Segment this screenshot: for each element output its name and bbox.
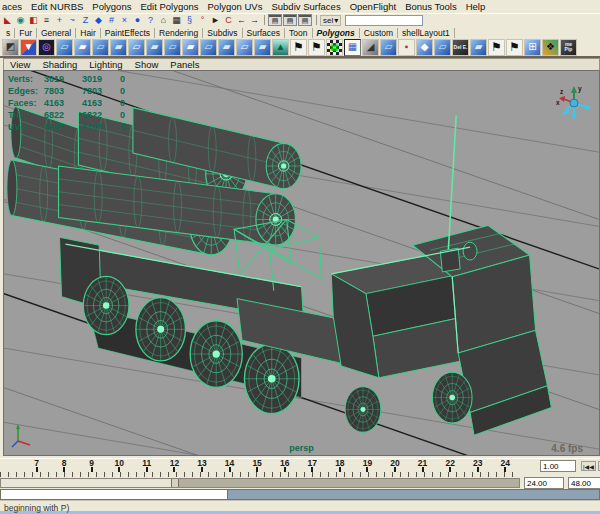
shelf-tool-icon[interactable]: ⚑ xyxy=(308,39,325,56)
shelf-tool-icon[interactable]: ▦ xyxy=(344,39,361,56)
tool-icon[interactable]: ← xyxy=(235,14,248,26)
frame-mark[interactable]: 21 xyxy=(416,459,429,472)
shelf-tool-icon[interactable]: ⚑ xyxy=(290,39,307,56)
shelf-tab[interactable]: Toon xyxy=(285,28,312,38)
wheel[interactable] xyxy=(83,276,129,334)
frame-mark[interactable]: 9 xyxy=(85,459,98,472)
wheel[interactable] xyxy=(345,387,381,433)
range-slider-handle[interactable] xyxy=(171,479,179,487)
current-time-field[interactable] xyxy=(540,460,576,472)
panel-menu-item[interactable]: Show xyxy=(135,59,159,70)
scene-slate-icon[interactable]: ▤ xyxy=(268,14,282,26)
frame-mark[interactable]: 18 xyxy=(333,459,346,472)
frame-mark[interactable]: 15 xyxy=(251,459,264,472)
shelf-tool-icon[interactable]: ❖ xyxy=(542,39,559,56)
frame-mark[interactable]: 7 xyxy=(30,459,43,472)
frame-mark[interactable]: 10 xyxy=(113,459,126,472)
shelf-tool-icon[interactable]: ▰ xyxy=(110,39,127,56)
frame-mark[interactable]: 16 xyxy=(278,459,291,472)
shelf-tab[interactable]: shellLayout1 xyxy=(398,28,455,38)
tool-icon[interactable]: + xyxy=(53,14,66,26)
menu-item[interactable]: Bonus Tools xyxy=(405,1,457,12)
tool-icon[interactable]: ► xyxy=(209,14,222,26)
tool-icon[interactable]: ≡ xyxy=(40,14,53,26)
tool-icon[interactable]: § xyxy=(183,14,196,26)
shelf-tool-icon[interactable]: me Pip xyxy=(560,39,577,56)
menu-item[interactable]: aces xyxy=(2,1,22,12)
frame-mark[interactable]: 20 xyxy=(389,459,402,472)
shelf-tool-icon[interactable]: ◆ xyxy=(416,39,433,56)
shelf-tab[interactable]: Subdivs xyxy=(203,28,242,38)
shelf-tab[interactable]: s xyxy=(2,28,15,38)
frame-mark[interactable]: 17 xyxy=(306,459,319,472)
view-axis-gizmo[interactable]: y z x xyxy=(555,83,595,121)
shelf-tool-icon[interactable]: ▱ xyxy=(236,39,253,56)
tool-icon[interactable]: ● xyxy=(131,14,144,26)
tool-icon[interactable]: C xyxy=(222,14,235,26)
shelf-tool-icon[interactable]: ▱ xyxy=(56,39,73,56)
shelf-tool-icon[interactable]: ▦ xyxy=(326,39,343,56)
panel-menu-item[interactable]: Lighting xyxy=(89,59,122,70)
shelf-tool-icon[interactable]: ▰ xyxy=(146,39,163,56)
tool-icon[interactable]: ~ xyxy=(66,14,79,26)
shelf-tool-icon[interactable]: ◩ xyxy=(2,39,19,56)
menu-item[interactable]: Help xyxy=(466,1,486,12)
panel-menu-item[interactable]: Shading xyxy=(42,59,77,70)
menu-item[interactable]: Edit NURBS xyxy=(31,1,83,12)
scene-slate-icon[interactable]: ▤ xyxy=(298,14,312,26)
shelf-tool-icon[interactable]: ◢ xyxy=(362,39,379,56)
mirror[interactable] xyxy=(463,242,477,260)
shelf-tab[interactable]: Custom xyxy=(360,28,398,38)
menu-item[interactable]: Polygon UVs xyxy=(208,1,263,12)
tool-icon[interactable]: ▦ xyxy=(170,14,183,26)
shelf-tool-icon[interactable]: ⊞ xyxy=(524,39,541,56)
shelf-tool-icon[interactable]: ▰ xyxy=(74,39,91,56)
tool-icon[interactable]: ⌂ xyxy=(157,14,170,26)
shelf-tab[interactable]: Fur xyxy=(15,28,37,38)
shelf-tool-icon[interactable]: ▰ xyxy=(182,39,199,56)
frame-mark[interactable]: 13 xyxy=(195,459,208,472)
wheel[interactable] xyxy=(190,321,242,388)
shelf-tool-icon[interactable]: ▱ xyxy=(128,39,145,56)
range-slider-track[interactable] xyxy=(0,478,520,488)
command-input[interactable] xyxy=(0,489,228,500)
panel-menu-item[interactable]: Panels xyxy=(170,59,199,70)
scene-slate-icon[interactable]: ▤ xyxy=(283,14,297,26)
shelf-tool-icon[interactable]: ▰ xyxy=(218,39,235,56)
tool-icon[interactable]: ◣ xyxy=(1,14,14,26)
menu-item[interactable]: Edit Polygons xyxy=(140,1,198,12)
tool-icon[interactable]: ◧ xyxy=(27,14,40,26)
panel-menu-item[interactable]: View xyxy=(10,59,30,70)
frame-mark[interactable]: 22 xyxy=(444,459,457,472)
shelf-tool-icon[interactable]: ▰ xyxy=(470,39,487,56)
antenna[interactable] xyxy=(448,116,456,252)
frame-mark[interactable]: 14 xyxy=(223,459,236,472)
tool-icon[interactable]: # xyxy=(105,14,118,26)
model-wireframe-truck[interactable] xyxy=(7,107,551,436)
frame-mark[interactable]: 23 xyxy=(471,459,484,472)
shelf-tool-icon[interactable]: ▱ xyxy=(92,39,109,56)
shelf-tab[interactable]: General xyxy=(37,28,76,38)
menu-item[interactable]: Subdiv Surfaces xyxy=(271,1,340,12)
shelf-tool-icon[interactable]: ▱ xyxy=(380,39,397,56)
frame-mark[interactable]: 11 xyxy=(140,459,153,472)
frame-mark[interactable]: 19 xyxy=(361,459,374,472)
shelf-tab[interactable]: Surfaces xyxy=(243,28,286,38)
shelf-tab[interactable]: PaintEffects xyxy=(101,28,155,38)
shelf-tool-icon[interactable]: ▼ xyxy=(20,39,37,56)
tool-icon[interactable]: ◉ xyxy=(14,14,27,26)
playback-end-field[interactable] xyxy=(524,477,564,489)
shelf-tool-icon[interactable]: ▱ xyxy=(434,39,451,56)
quick-select-field[interactable] xyxy=(345,15,423,26)
frame-mark[interactable]: 12 xyxy=(168,459,181,472)
shelf-tab[interactable]: Hair xyxy=(76,28,101,38)
command-result-area[interactable] xyxy=(228,489,600,500)
shelf-tool-icon[interactable]: ◎ xyxy=(38,39,55,56)
tool-icon[interactable]: ◆ xyxy=(92,14,105,26)
range-slider-bar[interactable] xyxy=(1,479,179,487)
tool-icon[interactable]: Z xyxy=(79,14,92,26)
shelf-tool-icon[interactable]: ⚑ xyxy=(506,39,523,56)
perspective-viewport[interactable]: Verts: 3019 3019 0 Edges: 7803 7803 0 Fa… xyxy=(3,70,600,456)
shelf-tool-icon[interactable]: ▪ xyxy=(398,39,415,56)
wheel[interactable] xyxy=(136,298,186,361)
